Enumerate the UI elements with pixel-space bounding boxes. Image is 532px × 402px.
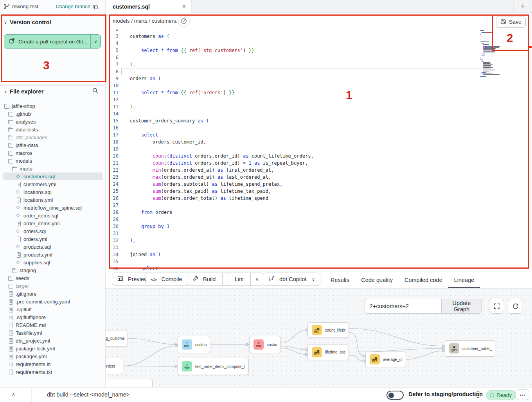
file-tree-item-metricflow_time_spine.sql[interactable]: metricflow_time_spine.sql xyxy=(3,204,102,212)
line-number: 20 xyxy=(106,153,119,160)
lineage-panel[interactable]: stg_customersorders◇MDLcustomers✓TSTtest… xyxy=(106,288,532,387)
file-tree-item-locations.sql[interactable]: locations.sql xyxy=(3,188,102,196)
file-tree-item-models[interactable]: models xyxy=(3,157,102,165)
lineage-node-customers[interactable]: ⋔SEMcustomers xyxy=(249,336,281,353)
chevron-up-icon[interactable] xyxy=(12,392,15,397)
compass-icon[interactable] xyxy=(178,15,190,27)
more-options-button[interactable] xyxy=(516,389,529,400)
code-line-9: orders as ( xyxy=(130,75,161,82)
code-area[interactable]: 23customers as (45 select * from {{ ref(… xyxy=(106,29,532,272)
file-tree-item-jaffle-data[interactable]: jaffle-data xyxy=(3,141,102,149)
lint-button[interactable]: Lint xyxy=(228,273,264,286)
change-branch-link[interactable]: Change branch xyxy=(56,4,90,9)
update-graph-button[interactable]: Update Graph xyxy=(441,299,482,314)
refresh-icon[interactable] xyxy=(508,299,523,314)
version-control-header[interactable]: Version control xyxy=(4,19,51,25)
file-tree-item-.github[interactable]: .github xyxy=(3,110,102,118)
file-icon xyxy=(8,354,13,359)
code-line-18: orders.customer_id, xyxy=(130,138,206,145)
tab-customers-sql[interactable]: customers.sql xyxy=(106,0,192,13)
compile-button[interactable]: Compile xyxy=(146,273,189,286)
file-tree-item-README.md[interactable]: README.md xyxy=(3,321,102,329)
line-number: 29 xyxy=(106,216,119,223)
folder-icon xyxy=(12,267,17,273)
lint-dropdown-chevron[interactable] xyxy=(250,273,263,285)
cli-command[interactable]: dbt build --select <model_name> xyxy=(47,391,129,398)
dbt-copilot-button[interactable]: dbt Copilot xyxy=(263,273,320,286)
file-tree-item-requirements.in[interactable]: requirements.in xyxy=(3,360,102,368)
file-label: products.sql xyxy=(23,244,51,250)
tab-results[interactable]: Results xyxy=(325,272,355,288)
code-line-20: count(distinct orders.order_id) as count… xyxy=(130,153,314,160)
file-tree-item-analyses[interactable]: analyses xyxy=(3,118,102,126)
lineage-node-partial[interactable] xyxy=(106,379,153,387)
graph-controls: Update Graph xyxy=(365,299,523,314)
file-tree-item-products.yml[interactable]: products.yml xyxy=(3,251,102,258)
file-tree-item-seeds[interactable]: seeds xyxy=(3,274,102,282)
file-tree-item-staging[interactable]: staging xyxy=(3,266,102,274)
file-tree-item-orders.sql[interactable]: orders.sql xyxy=(3,227,102,235)
file-tree-item-products.sql[interactable]: products.sql xyxy=(3,243,102,251)
file-tree-item-.pre-commit-config.yaml[interactable]: .pre-commit-config.yaml xyxy=(3,298,102,305)
lineage-node-lifetime_spend_pretax[interactable]: ▂▆METlifetime_spend_pretax xyxy=(307,344,349,360)
lineage-node-stg_customers[interactable]: stg_customers xyxy=(106,330,128,346)
tab-compiled-code[interactable]: Compiled code xyxy=(399,272,448,288)
copilot-dropdown-chevron xyxy=(312,277,315,282)
file-tree-item-packages.yml[interactable]: packages.yml xyxy=(3,352,102,360)
file-tree-item-supplies.sql[interactable]: supplies.sql xyxy=(3,258,102,266)
save-button[interactable]: Save xyxy=(496,16,526,28)
file-tree-item-dbt_project.yml[interactable]: dbt_project.yml xyxy=(3,337,102,345)
help-icon[interactable] xyxy=(475,391,481,398)
file-tree-item-orders.yml[interactable]: orders.yml xyxy=(3,235,102,243)
file-tree-item-requirements.txt[interactable]: requirements.txt xyxy=(3,368,102,376)
line-number: 30 xyxy=(106,223,119,230)
lineage-node-test_order_items_compute_to_bools…[interactable]: ✓TSTtest_order_items_compute_to_bools… xyxy=(178,358,249,375)
new-tab-button[interactable] xyxy=(513,0,532,13)
file-tree-item-.gitignore[interactable]: .gitignore xyxy=(3,290,102,298)
file-tree-item-.sqlfluffignore[interactable]: .sqlfluffignore xyxy=(3,313,102,321)
line-number: 3 xyxy=(106,33,119,40)
pr-dropdown-chevron[interactable] xyxy=(90,35,101,48)
defer-toggle[interactable] xyxy=(386,391,404,400)
file-label: supplies.sql xyxy=(23,260,50,266)
model-icon xyxy=(16,205,21,210)
file-tree-item-order_items.yml[interactable]: order_items.yml xyxy=(3,219,102,227)
model-icon xyxy=(16,174,21,179)
lineage-node-orders[interactable]: orders xyxy=(106,358,123,374)
file-tree-item-target[interactable]: target xyxy=(3,282,102,290)
file-tree-item-jaffle-shop[interactable]: jaffle-shop xyxy=(3,102,102,110)
search-icon[interactable] xyxy=(92,88,99,94)
line-number: 28 xyxy=(106,209,119,216)
file-tree-item-customers.yml[interactable]: customers.yml xyxy=(3,180,102,188)
close-tab-icon[interactable] xyxy=(182,4,186,10)
tab-lineage[interactable]: Lineage xyxy=(448,272,480,288)
lineage-node-count_lifetime_orders[interactable]: ▂▆METcount_lifetime_orders xyxy=(307,322,349,338)
copy-branch-icon[interactable] xyxy=(93,4,98,9)
cursor-line-highlight xyxy=(121,68,480,75)
file-tree-item-macros[interactable]: macros xyxy=(3,149,102,157)
file-explorer-title: File explorer xyxy=(10,88,43,95)
lineage-node-average_order_value[interactable]: ▂▆METaverage_order_value xyxy=(365,352,406,367)
file-tree-item-dbt_packages[interactable]: dbt_packages xyxy=(3,133,102,141)
minimap[interactable] xyxy=(480,29,516,84)
lineage-selector-input[interactable] xyxy=(365,299,441,314)
file-label: seeds xyxy=(16,275,29,281)
folder-icon xyxy=(8,127,13,132)
line-number: 8 xyxy=(106,68,119,75)
file-explorer-header[interactable]: File explorer xyxy=(4,88,102,95)
file-tree-item-Taskfile.yml[interactable]: Taskfile.yml xyxy=(3,329,102,337)
lineage-node-customer_order_metrics[interactable]: ▣QRYcustomer_order_metrics xyxy=(445,340,495,357)
create-pull-request-button[interactable]: Create a pull request on Git... xyxy=(4,34,101,48)
file-tree-item-marts[interactable]: marts xyxy=(3,165,102,172)
file-tree-item-package-lock.yml[interactable]: package-lock.yml xyxy=(3,345,102,352)
file-tree-item-.sqlfluff[interactable]: .sqlfluff xyxy=(3,305,102,313)
fullscreen-icon[interactable] xyxy=(489,299,504,314)
file-tree-item-data-tests[interactable]: data-tests xyxy=(3,126,102,133)
file-tree-item-customers.sql[interactable]: customers.sql xyxy=(3,172,102,180)
file-tree-item-locations.yml[interactable]: locations.yml xyxy=(3,196,102,204)
lineage-node-customers[interactable]: ◇MDLcustomers xyxy=(178,336,210,353)
file-label: models xyxy=(16,158,32,164)
tab-code-quality[interactable]: Code quality xyxy=(355,272,399,288)
file-tree-item-order_items.sql[interactable]: order_items.sql xyxy=(3,212,102,219)
status-dot-icon xyxy=(490,393,494,397)
